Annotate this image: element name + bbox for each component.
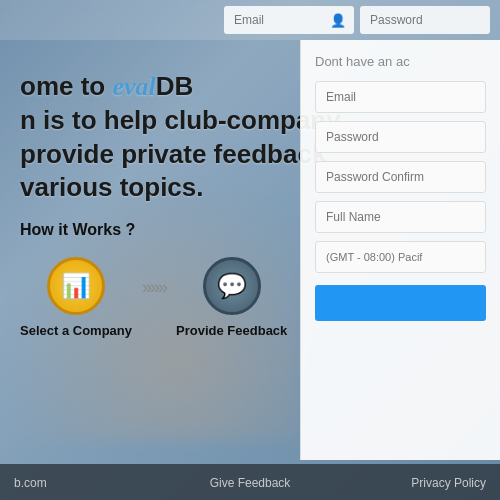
step-1: 📊 Select a Company xyxy=(20,257,132,338)
signup-title: Dont have an ac xyxy=(315,54,486,69)
password-input-wrap xyxy=(360,6,490,34)
step-1-icon: 📊 xyxy=(47,257,105,315)
give-feedback-link[interactable]: Give Feedback xyxy=(210,476,291,490)
welcome-prefix: ome to xyxy=(20,71,112,101)
privacy-policy-link[interactable]: Privacy Policy xyxy=(411,476,486,490)
footer-site[interactable]: b.com xyxy=(14,476,47,490)
step-2: 💬 Provide Feedback xyxy=(176,257,287,338)
footer: b.com Give Feedback Privacy Policy xyxy=(0,464,500,500)
hero-line4: various topics. xyxy=(20,172,204,202)
step-2-label: Provide Feedback xyxy=(176,323,287,338)
footer-center: Give Feedback xyxy=(171,473,328,491)
header-password-input[interactable] xyxy=(360,6,490,34)
footer-left: b.com xyxy=(0,473,171,491)
signup-password-confirm-input[interactable] xyxy=(315,161,486,193)
signup-email-input[interactable] xyxy=(315,81,486,113)
user-icon: 👤 xyxy=(330,13,346,28)
hero-line3: provide private feedback xyxy=(20,139,326,169)
signup-panel: Dont have an ac xyxy=(300,40,500,460)
brand-db: DB xyxy=(156,71,194,101)
signup-password-input[interactable] xyxy=(315,121,486,153)
hero-line2: n is to help club-company xyxy=(20,105,341,135)
email-input-wrap: 👤 xyxy=(224,6,354,34)
signup-fullname-input[interactable] xyxy=(315,201,486,233)
step-arrow: »»» xyxy=(132,277,176,298)
header-bar: 👤 xyxy=(0,0,500,40)
step-2-icon: 💬 xyxy=(203,257,261,315)
step-1-label: Select a Company xyxy=(20,323,132,338)
footer-right: Privacy Policy xyxy=(329,473,500,491)
signup-submit-button[interactable] xyxy=(315,285,486,321)
signup-timezone-input[interactable] xyxy=(315,241,486,273)
brand-eval: eval xyxy=(112,72,155,101)
